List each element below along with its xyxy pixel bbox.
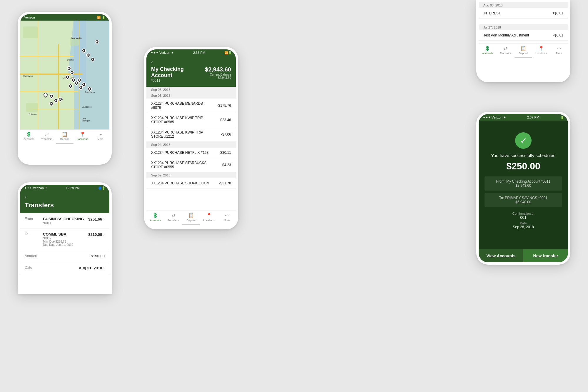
back-button-transfers[interactable]: ‹ xyxy=(25,194,105,200)
nav-locations-map[interactable]: 📍 Locations xyxy=(77,131,88,141)
nav-deposit-checking[interactable]: 📋 Deposit xyxy=(185,213,197,222)
view-accounts-button[interactable]: View Accounts xyxy=(479,249,523,262)
nav-label-transfers: Transfers xyxy=(41,138,52,141)
to-label: To xyxy=(25,232,39,236)
map-pin[interactable] xyxy=(49,93,54,99)
transfer-to-row[interactable]: To COMML SBA *8002 Min. Due $266.75 Due … xyxy=(20,228,109,250)
nav-label-deposit: Deposit xyxy=(60,138,69,141)
table-row[interactable]: XX1234 PURCHASE STARBUCKS STORE #0555 -$… xyxy=(146,158,236,172)
to-min-due: Min. Due $266.75 xyxy=(43,240,85,243)
to-due-date: Due Date Jan 21, 2019 xyxy=(43,243,85,246)
map-pin[interactable] xyxy=(49,101,54,106)
nav-transfers-map[interactable]: ⇄ Transfers xyxy=(41,131,53,141)
to-amount: $210.00 › xyxy=(88,232,105,237)
deposit-icon: 📋 xyxy=(62,131,68,137)
nav-locations-checking[interactable]: 📍 Locations xyxy=(203,213,215,222)
time-checking: 2:36 PM xyxy=(193,51,205,54)
carrier-success: ✦✦✦ Verizon ✦ xyxy=(483,116,506,119)
more-icon: ··· xyxy=(557,46,561,51)
transfer-icon: ⇄ xyxy=(504,46,507,51)
map-pin[interactable] xyxy=(68,83,74,89)
date-sep02: Sep 02, 2018 xyxy=(146,172,236,178)
tx-name: XX1234 PURCHASE MENARDS #9876 xyxy=(151,101,210,110)
transfers-title: Transfers xyxy=(25,201,105,209)
transfer-from-row[interactable]: From BUSINESS CHECKING *0011 $251.66 › xyxy=(20,213,109,228)
chevron-icon: › xyxy=(103,232,105,237)
success-amount: $250.00 xyxy=(506,161,540,172)
chevron-icon: › xyxy=(103,217,105,221)
table-row[interactable]: XX1234 PURCHASE SHOPKO.COM -$31.78 xyxy=(146,178,236,189)
location-icon: 📍 xyxy=(80,131,86,137)
status-icons-checking: 📶🔋 xyxy=(225,51,232,54)
from-account-name: BUSINESS CHECKING xyxy=(43,217,85,221)
success-to: To: PRIMARY SAVINGS *0001 $6,940.00 xyxy=(485,193,562,207)
table-row[interactable]: XX1234 PURCHASE KWIP TRIP STORE #8585 -$… xyxy=(146,113,236,127)
time-transfers: 12:29 PM xyxy=(66,186,80,190)
tx-amount: -$4.23 xyxy=(221,163,231,167)
table-row[interactable]: Test Port Monthly Adjustment -$0.01 xyxy=(479,30,568,41)
table-row[interactable]: INTEREST +$0.01 xyxy=(479,8,568,19)
nav-label-accounts-checking: Accounts xyxy=(150,219,161,222)
from-line1: From: My Checking Account *0011 xyxy=(489,179,557,184)
back-button[interactable]: ‹ xyxy=(151,59,231,65)
success-body: ✓ You have successfully scheduled $250.0… xyxy=(479,121,568,249)
nav-label: Locations xyxy=(203,219,215,222)
account-header: ‹ My Checking Account *0011 $2,943.60 Cu… xyxy=(146,56,236,87)
from-amount: $251.66 › xyxy=(88,217,105,221)
nav-transfers-checking[interactable]: ⇄ Transfers xyxy=(167,213,179,222)
deposit-icon: 📋 xyxy=(188,213,194,218)
nav-label-accounts: Accounts xyxy=(24,138,34,141)
nav-more-map[interactable]: ··· More xyxy=(95,132,106,141)
phone-transfers: ✦✦✦ Verizon ✦ 12:29 PM 🔵🔋 ‹ Transfers Fr… xyxy=(18,182,112,294)
tx-name: XX1234 PURCHASE SHOPKO.COM xyxy=(151,181,210,185)
nav-more-tr[interactable]: ··· More xyxy=(553,46,565,55)
date-sep06: Sep 06, 2018 xyxy=(146,87,236,93)
tx-amount: +$0.01 xyxy=(552,11,563,15)
table-row[interactable]: XX1234 PURCHASE KWIP TRIP STORE #1212 -$… xyxy=(146,127,236,142)
nav-accounts-checking[interactable]: 💲 Accounts xyxy=(149,213,161,222)
new-transfer-button[interactable]: New transfer xyxy=(523,249,568,262)
bottom-nav-topright: 💲 Accounts ⇄ Transfers 📋 Deposit 📍 Locat… xyxy=(479,44,568,56)
nav-label-more: More xyxy=(97,138,103,141)
tx-amount: -$7.06 xyxy=(221,132,231,136)
nav-label: Transfers xyxy=(168,219,179,222)
home-indicator-map xyxy=(20,142,109,146)
nav-label-locations: Locations xyxy=(77,138,88,141)
tx-amount: -$23.46 xyxy=(219,118,231,122)
account-balance: $2,943.60 xyxy=(200,66,231,73)
bottom-nav-checking: 💲 Accounts ⇄ Transfers 📋 Deposit 📍 Locat… xyxy=(146,211,236,223)
nav-more-checking[interactable]: ··· More xyxy=(221,213,233,222)
amount-label: Amount xyxy=(25,254,39,258)
transactions-list: Sep 06, 2018 Sep 05, 2018 XX1234 PURCHAS… xyxy=(146,87,236,211)
nav-deposit-tr[interactable]: 📋 Deposit xyxy=(517,46,529,55)
tx-amount: -$31.78 xyxy=(219,181,231,185)
table-row[interactable]: XX1234 PURCHASE MENARDS #9876 -$175.76 xyxy=(146,99,236,113)
transfer-amount-value: $150.00 xyxy=(91,254,105,258)
success-from: From: My Checking Account *0011 $2,943.6… xyxy=(485,176,562,191)
from-label: From xyxy=(25,217,39,221)
nav-label: Deposit xyxy=(187,219,196,222)
dollar-icon-active: 💲 xyxy=(152,213,158,218)
balance-label: Current Balance $2,943.60 xyxy=(200,73,231,79)
nav-accounts-map[interactable]: 💲 Accounts xyxy=(23,131,35,141)
map-pin-outline[interactable] xyxy=(43,92,49,98)
nav-accounts-tr[interactable]: 💲 Accounts xyxy=(482,46,493,55)
date-jul27: Jul 27, 2018 xyxy=(479,24,568,30)
location-icon: 📍 xyxy=(538,46,544,51)
account-number: *0011 xyxy=(151,79,200,83)
transfer-amount-row[interactable]: Amount $150.00 xyxy=(20,250,109,262)
nav-label: Transfers xyxy=(500,52,511,55)
transfer-date-row[interactable]: Date Aug 31, 2018 › xyxy=(20,262,109,274)
bottom-nav-map: 💲 Accounts ⇄ Transfers 📋 Deposit 📍 Locat… xyxy=(20,129,109,142)
more-icon: ··· xyxy=(225,213,229,218)
date-sep05: Sep 05, 2018 xyxy=(146,93,236,99)
status-icons-success: 🔋 xyxy=(560,116,564,119)
confirmation-number: 001 xyxy=(520,215,527,220)
transfers-header: ‹ Transfers xyxy=(20,191,109,213)
status-icons-map: 📶🔋 xyxy=(97,16,105,19)
nav-transfers-tr[interactable]: ⇄ Transfers xyxy=(500,46,511,55)
nav-locations-tr[interactable]: 📍 Locations xyxy=(535,46,547,55)
nav-deposit-map[interactable]: 📋 Deposit xyxy=(59,131,71,141)
transfer-date-value: Aug 31, 2018 › xyxy=(79,266,105,270)
table-row[interactable]: XX1234 PURCHASE NETFLIX #123 -$30.11 xyxy=(146,148,236,158)
